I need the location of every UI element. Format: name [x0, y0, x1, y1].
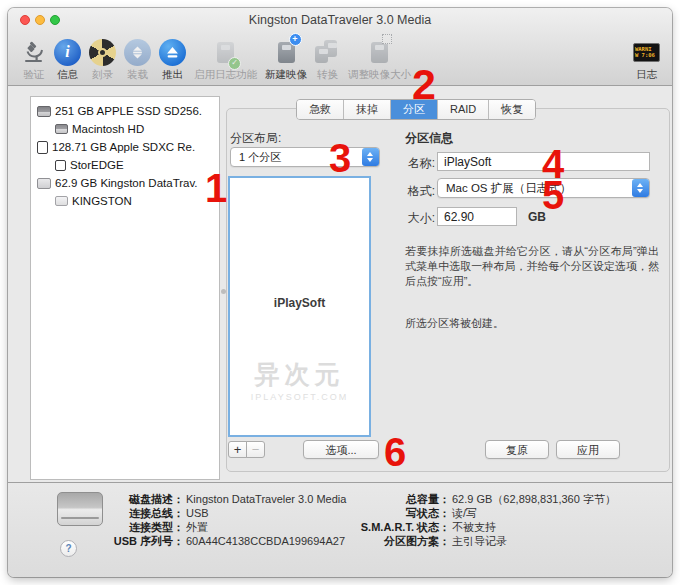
external-disk-icon [37, 178, 51, 189]
sidebar-item-label: 251 GB APPLE SSD SD256. [55, 105, 202, 117]
log-button[interactable]: WARNI W 7:06 日志 [633, 37, 660, 85]
sidebar-item-label: Macintosh HD [72, 123, 144, 135]
new-image-button[interactable]: + 新建映像 [265, 37, 307, 85]
sidebar-item-apple-sdxc[interactable]: 128.71 GB Apple SDXC Re. [31, 138, 219, 156]
watermark-domain: IPLAYSOFT.COM [230, 392, 369, 402]
info-value: 读/写 [450, 506, 477, 520]
name-label: 名称: [405, 155, 435, 172]
disk-info-bar: ? 磁盘描述：Kingston DataTraveler 3.0 Media 连… [8, 482, 672, 577]
annotation-3: 3 [329, 138, 351, 178]
toolbar-item-label: 信息 [57, 68, 78, 82]
toolbar-item-label: 调整映像大小 [348, 68, 411, 82]
info-value: USB [184, 506, 209, 520]
sidebar-item-label: 128.71 GB Apple SDXC Re. [52, 141, 195, 153]
disk-info-left: 磁盘描述：Kingston DataTraveler 3.0 Media 连接总… [98, 492, 346, 548]
enable-journaling-button[interactable]: ✓ 启用日志功能 [194, 37, 257, 85]
tab-erase[interactable]: 抹掉 [344, 100, 391, 119]
resize-image-button[interactable]: 调整映像大小 [348, 37, 411, 85]
disk-info-right: 总容量：62.9 GB（62,898,831,360 字节） 写状态：读/写 S… [344, 492, 616, 548]
external-drive-icon [57, 492, 103, 526]
help-button[interactable]: ? [60, 540, 77, 557]
options-button[interactable]: 选项... [303, 440, 379, 459]
internal-disk-icon [37, 106, 51, 117]
info-label: 分区图方案： [344, 534, 450, 548]
info-value: 外置 [184, 520, 208, 534]
info-label: S.M.A.R.T. 状态： [344, 520, 450, 534]
sidebar-item-label: KINGSTON [72, 195, 132, 207]
sidebar-item-kingston-volume[interactable]: KINGSTON [31, 192, 219, 210]
remove-partition-button[interactable]: − [246, 441, 265, 458]
partition-layout-label: 分区布局: [230, 130, 281, 147]
toolbar-item-label: 启用日志功能 [194, 68, 257, 82]
info-label: 写状态： [344, 506, 450, 520]
toolbar-item-label: 新建映像 [265, 68, 307, 82]
window-header: Kingston DataTraveler 3.0 Media 验证 [8, 8, 672, 86]
toolbar: 验证 i 信息 刻录 装载 [22, 29, 411, 85]
partition-size-input[interactable] [437, 207, 517, 226]
toolbar-item-label: 转换 [317, 68, 338, 82]
info-button[interactable]: i 信息 [54, 37, 81, 85]
toolbar-item-label: 验证 [24, 68, 45, 82]
partition-info-heading: 分区信息 [405, 130, 453, 147]
chevron-up-down-icon [632, 179, 649, 197]
annotation-2: 2 [412, 63, 436, 106]
sidebar-item-label: StorEDGE [70, 159, 124, 171]
info-label: USB 序列号： [98, 534, 184, 548]
info-label: 总容量： [344, 492, 450, 506]
toolbar-item-label: 刻录 [92, 68, 113, 82]
burn-button[interactable]: 刻录 [89, 37, 116, 85]
annotation-1: 1 [205, 168, 227, 208]
tab-restore[interactable]: 恢复 [489, 100, 535, 119]
sidebar-item-storedge[interactable]: StorEDGE [31, 156, 219, 174]
partition-map-box[interactable]: iPlaySoft 异次元 IPLAYSOFT.COM [228, 176, 371, 437]
dropdown-value: Mac OS 扩展（日志式） [438, 181, 632, 196]
microscope-icon [22, 37, 46, 67]
journaling-disk-icon: ✓ [217, 37, 234, 67]
partition-add-remove: + − [228, 441, 265, 458]
verify-button[interactable]: 验证 [22, 37, 46, 85]
revert-button[interactable]: 复原 [485, 440, 549, 459]
tab-raid[interactable]: RAID [438, 100, 489, 119]
sidebar-item-label: 62.9 GB Kingston DataTrav. [55, 177, 198, 189]
info-value: 主引导记录 [450, 534, 507, 548]
disk-utility-window: Kingston DataTraveler 3.0 Media 验证 [8, 8, 672, 577]
info-value: 62.9 GB（62,898,831,360 字节） [450, 492, 616, 506]
sd-card-icon [37, 141, 48, 154]
partition-name-in-map: iPlaySoft [230, 296, 369, 310]
convert-button[interactable]: 转换 [315, 37, 340, 85]
chevron-up-down-icon [362, 148, 379, 166]
status-text: 所选分区将被创建。 [405, 316, 504, 331]
instructions-text: 若要抹掉所选磁盘并给它分区，请从“分区布局”弹出式菜单中选取一种布局，并给每个分… [405, 244, 659, 289]
info-label: 磁盘描述： [98, 492, 184, 506]
format-label: 格式: [405, 183, 435, 200]
eject-icon [159, 39, 186, 66]
tab-first-aid[interactable]: 急救 [297, 100, 344, 119]
info-value: 不被支持 [450, 520, 496, 534]
apply-button[interactable]: 应用 [556, 440, 620, 459]
volume-outline-icon [55, 160, 66, 171]
annotation-6: 6 [384, 432, 406, 472]
volume-light-icon [55, 196, 68, 206]
partition-layout-dropdown[interactable]: 1 个分区 [230, 147, 380, 167]
sidebar-item-apple-ssd[interactable]: 251 GB APPLE SSD SD256. [31, 102, 219, 120]
convert-icon [315, 40, 340, 64]
window-title: Kingston DataTraveler 3.0 Media [8, 13, 672, 27]
sidebar-item-kingston-disk[interactable]: 62.9 GB Kingston DataTrav. [31, 174, 219, 192]
add-partition-button[interactable]: + [228, 441, 247, 458]
mount-icon [124, 39, 151, 66]
toolbar-item-label: 装载 [127, 68, 148, 82]
info-icon: i [54, 39, 81, 66]
annotation-5: 5 [542, 175, 564, 215]
size-label: 大小: [405, 210, 435, 227]
console-warning-icon: WARNI W 7:06 [633, 43, 660, 62]
toolbar-item-label: 推出 [162, 68, 183, 82]
device-list: 251 GB APPLE SSD SD256. Macintosh HD 128… [30, 96, 220, 480]
sidebar-item-macintosh-hd[interactable]: Macintosh HD [31, 120, 219, 138]
burn-icon [89, 39, 116, 66]
eject-button[interactable]: 推出 [159, 37, 186, 85]
mount-button[interactable]: 装载 [124, 37, 151, 85]
resize-image-icon [371, 37, 388, 67]
info-value: Kingston DataTraveler 3.0 Media [184, 492, 346, 506]
new-image-icon: + [278, 37, 295, 67]
info-value: 60A44C4138CCBDA199694A27 [184, 534, 345, 548]
